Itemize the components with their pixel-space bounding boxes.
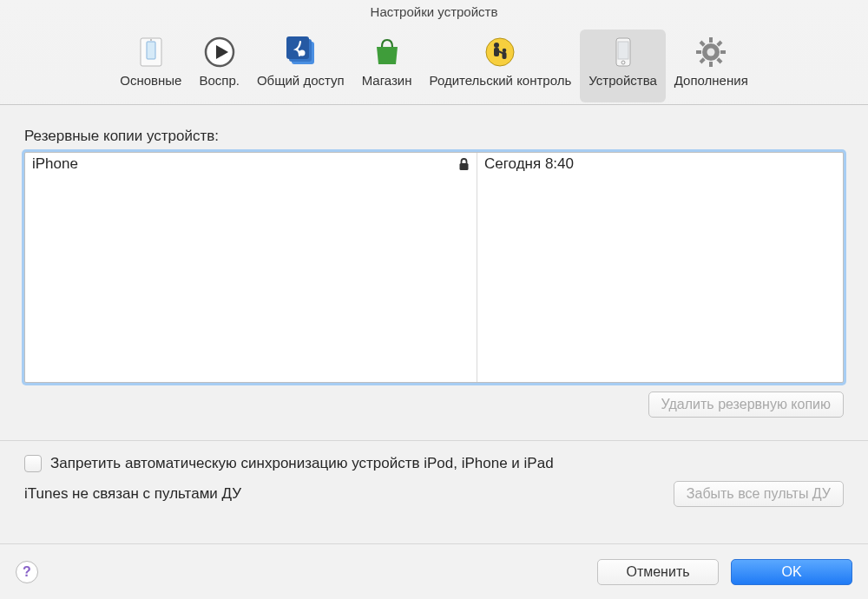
cancel-button[interactable]: Отменить xyxy=(597,559,719,585)
backups-section-label: Резервные копии устройств: xyxy=(24,128,844,145)
delete-backup-button[interactable]: Удалить резервную копию xyxy=(648,392,844,418)
tab-label: Общий доступ xyxy=(257,73,345,88)
tab-devices[interactable]: Устройства xyxy=(580,30,665,102)
ok-button[interactable]: OK xyxy=(731,559,852,585)
devices-icon xyxy=(604,33,642,71)
svg-point-2 xyxy=(150,39,152,41)
svg-point-12 xyxy=(503,49,507,53)
backup-table[interactable]: iPhone Сегодня 8:40 xyxy=(24,152,844,383)
svg-rect-16 xyxy=(618,42,628,59)
prevent-sync-label: Запретить автоматическую синхронизацию у… xyxy=(50,455,554,472)
svg-rect-21 xyxy=(696,50,701,54)
lock-icon xyxy=(458,158,470,171)
store-icon xyxy=(368,33,406,71)
help-button[interactable]: ? xyxy=(16,561,38,583)
svg-rect-22 xyxy=(720,50,726,54)
sharing-icon xyxy=(281,33,319,71)
prevent-sync-checkbox[interactable] xyxy=(24,455,42,472)
tab-parental[interactable]: Родительский контроль xyxy=(421,30,581,102)
forget-remotes-button[interactable]: Забыть все пульты ДУ xyxy=(674,481,844,507)
svg-rect-26 xyxy=(717,57,723,63)
svg-rect-24 xyxy=(700,57,706,63)
tab-label: Родительский контроль xyxy=(430,73,572,88)
divider xyxy=(0,440,868,441)
tab-label: Воспр. xyxy=(199,73,239,88)
tab-label: Дополнения xyxy=(674,73,748,88)
general-icon xyxy=(132,33,170,71)
parental-icon xyxy=(481,33,519,71)
svg-point-27 xyxy=(707,49,715,56)
playback-icon xyxy=(201,33,239,71)
svg-rect-23 xyxy=(717,41,723,47)
tab-label: Основные xyxy=(120,73,181,88)
svg-rect-25 xyxy=(700,41,706,47)
svg-point-10 xyxy=(494,43,499,48)
svg-rect-19 xyxy=(709,37,713,43)
remote-status-text: iTunes не связан с пультами ДУ xyxy=(24,485,241,503)
tab-label: Устройства xyxy=(589,73,656,88)
tab-general[interactable]: Основные xyxy=(111,30,190,102)
gear-icon xyxy=(692,33,730,71)
tab-advanced[interactable]: Дополнения xyxy=(666,30,757,102)
tab-playback[interactable]: Воспр. xyxy=(190,30,247,102)
tab-label: Магазин xyxy=(362,73,412,88)
window-title: Настройки устройств xyxy=(0,0,868,24)
svg-rect-1 xyxy=(147,42,155,59)
tab-sharing[interactable]: Общий доступ xyxy=(248,30,353,102)
svg-rect-20 xyxy=(709,62,713,67)
svg-point-8 xyxy=(299,50,306,56)
svg-rect-28 xyxy=(460,163,469,170)
backup-name: iPhone xyxy=(32,155,78,173)
backup-date[interactable]: Сегодня 8:40 xyxy=(477,153,843,175)
preferences-toolbar: Основные Воспр. О xyxy=(0,24,868,105)
tab-store[interactable]: Магазин xyxy=(353,30,421,102)
backup-row[interactable]: iPhone xyxy=(25,153,477,175)
